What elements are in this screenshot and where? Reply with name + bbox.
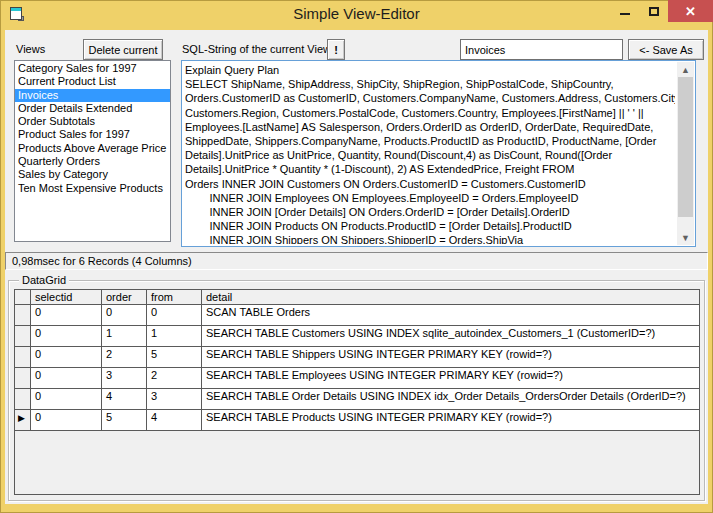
views-label: Views xyxy=(16,43,45,55)
window-title: Simple View-Editor xyxy=(0,5,713,22)
sql-scrollbar[interactable]: ▲ ▼ xyxy=(677,62,694,245)
execute-exclaim-button[interactable]: ! xyxy=(327,39,345,60)
maximize-button[interactable] xyxy=(639,0,668,22)
view-item[interactable]: Order Subtotals xyxy=(15,115,170,128)
save-as-button[interactable]: <- Save As xyxy=(628,39,704,60)
current-row-arrow-icon: ▶ xyxy=(18,414,25,423)
datagrid-groupbox: DataGrid selectid order from detail 0 0 … xyxy=(8,280,705,501)
cell-selectid[interactable]: 0 xyxy=(31,410,102,430)
cell-detail[interactable]: SEARCH TABLE Employees USING INTEGER PRI… xyxy=(202,368,699,388)
row-selector-cell[interactable] xyxy=(15,305,31,325)
table-row[interactable]: 0 0 0 SCAN TABLE Orders xyxy=(15,305,699,326)
cell-order[interactable]: 4 xyxy=(102,389,147,409)
datagrid[interactable]: selectid order from detail 0 0 0 SCAN TA… xyxy=(14,289,700,495)
cell-selectid[interactable]: 0 xyxy=(31,389,102,409)
cell-selectid[interactable]: 0 xyxy=(31,305,102,325)
close-button[interactable]: ✕ xyxy=(668,0,713,22)
row-selector-cell[interactable] xyxy=(15,389,31,409)
cell-order[interactable]: 0 xyxy=(102,305,147,325)
row-selector-cell[interactable] xyxy=(15,347,31,367)
cell-detail[interactable]: SCAN TABLE Orders xyxy=(202,305,699,325)
datagrid-group-label: DataGrid xyxy=(19,274,69,286)
col-header-detail[interactable]: detail xyxy=(202,290,699,304)
view-item[interactable]: Product Sales for 1997 xyxy=(15,128,170,141)
cell-order[interactable]: 1 xyxy=(102,326,147,346)
cell-order[interactable]: 2 xyxy=(102,347,147,367)
sql-text[interactable]: Explain Query Plan SELECT ShipName, Ship… xyxy=(185,63,675,244)
cell-from[interactable]: 0 xyxy=(147,305,202,325)
view-item[interactable]: Sales by Category xyxy=(15,168,170,181)
status-bar: 0,98msec for 6 Records (4 Columns) xyxy=(5,252,708,270)
row-selector-cell[interactable]: ▶ xyxy=(15,410,31,430)
app-window: Simple View-Editor ✕ Views Delete curren… xyxy=(0,0,713,513)
sql-string-label: SQL-String of the current View xyxy=(182,43,331,55)
view-item[interactable]: Order Details Extended xyxy=(15,102,170,115)
cell-detail[interactable]: SEARCH TABLE Order Details USING INDEX i… xyxy=(202,389,699,409)
table-row[interactable]: 0 2 5 SEARCH TABLE Shippers USING INTEGE… xyxy=(15,347,699,368)
row-selector-cell[interactable] xyxy=(15,368,31,388)
table-row[interactable]: 0 3 2 SEARCH TABLE Employees USING INTEG… xyxy=(15,368,699,389)
cell-from[interactable]: 3 xyxy=(147,389,202,409)
minimize-button[interactable] xyxy=(610,0,639,22)
view-item[interactable]: Category Sales for 1997 xyxy=(15,62,170,75)
col-header-order[interactable]: order xyxy=(102,290,147,304)
scroll-up-icon[interactable]: ▲ xyxy=(677,62,694,77)
cell-detail[interactable]: SEARCH TABLE Shippers USING INTEGER PRIM… xyxy=(202,347,699,367)
cell-detail[interactable]: SEARCH TABLE Products USING INTEGER PRIM… xyxy=(202,410,699,430)
grid-corner-cell xyxy=(15,290,31,304)
views-listbox[interactable]: Category Sales for 1997 Current Product … xyxy=(14,60,171,242)
view-item[interactable]: Quarterly Orders xyxy=(15,155,170,168)
view-item[interactable]: Ten Most Expensive Products xyxy=(15,182,170,195)
cell-detail[interactable]: SEARCH TABLE Customers USING INDEX sqlit… xyxy=(202,326,699,346)
cell-selectid[interactable]: 0 xyxy=(31,347,102,367)
cell-from[interactable]: 1 xyxy=(147,326,202,346)
cell-order[interactable]: 5 xyxy=(102,410,147,430)
minimize-icon xyxy=(620,13,630,15)
cell-from[interactable]: 5 xyxy=(147,347,202,367)
scroll-thumb[interactable] xyxy=(678,77,693,217)
cell-from[interactable]: 4 xyxy=(147,410,202,430)
maximize-icon xyxy=(649,7,659,16)
delete-current-button[interactable]: Delete current xyxy=(83,39,163,60)
view-item[interactable]: Products Above Average Price xyxy=(15,142,170,155)
table-row-current[interactable]: ▶ 0 5 4 SEARCH TABLE Products USING INTE… xyxy=(15,410,699,431)
client-area: Views Delete current SQL-String of the c… xyxy=(5,30,708,504)
cell-order[interactable]: 3 xyxy=(102,368,147,388)
view-name-input[interactable] xyxy=(460,39,623,60)
col-header-selectid[interactable]: selectid xyxy=(31,290,102,304)
table-row[interactable]: 0 4 3 SEARCH TABLE Order Details USING I… xyxy=(15,389,699,410)
cell-selectid[interactable]: 0 xyxy=(31,368,102,388)
title-bar[interactable]: Simple View-Editor ✕ xyxy=(0,0,713,30)
row-selector-cell[interactable] xyxy=(15,326,31,346)
col-header-from[interactable]: from xyxy=(147,290,202,304)
scroll-down-icon[interactable]: ▼ xyxy=(677,230,694,245)
view-item[interactable]: Current Product List xyxy=(15,75,170,88)
cell-selectid[interactable]: 0 xyxy=(31,326,102,346)
close-icon: ✕ xyxy=(685,4,696,19)
grid-header-row: selectid order from detail xyxy=(15,290,699,305)
view-item-selected[interactable]: Invoices xyxy=(15,89,170,102)
cell-from[interactable]: 2 xyxy=(147,368,202,388)
table-row[interactable]: 0 1 1 SEARCH TABLE Customers USING INDEX… xyxy=(15,326,699,347)
sql-editor[interactable]: Explain Query Plan SELECT ShipName, Ship… xyxy=(181,60,696,247)
